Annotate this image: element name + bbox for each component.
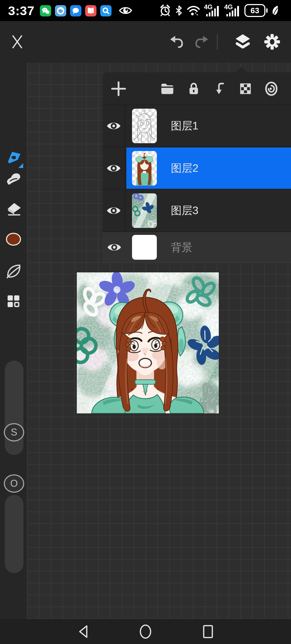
search-app-icon <box>100 5 112 16</box>
color-swatch-button[interactable] <box>3 229 24 249</box>
layer-thumbnail <box>132 109 157 143</box>
eye-icon <box>106 163 121 174</box>
checkerboard-alpha-button[interactable] <box>233 72 258 105</box>
size-slider-knob[interactable]: S <box>4 423 24 441</box>
layer-thumbnail <box>132 193 157 228</box>
opacity-slider-track[interactable] <box>5 495 23 573</box>
camera-app-icon <box>55 5 66 16</box>
svg-text:4G: 4G <box>204 3 213 11</box>
battery-nub <box>266 8 268 13</box>
signal-4g-icon: 4G <box>204 3 221 18</box>
layers-panel-header <box>103 72 291 105</box>
tool-submenu-badge <box>18 163 23 168</box>
smudge-tool-button[interactable] <box>3 168 24 188</box>
status-bar: 3:37 4G 4G <box>0 0 291 21</box>
close-button[interactable] <box>4 21 30 63</box>
redo-button[interactable] <box>189 21 215 63</box>
layer-folder-button[interactable] <box>155 72 179 105</box>
drawing-canvas[interactable] <box>77 272 219 413</box>
layer-name: 图层1 <box>171 118 198 133</box>
bluetooth-icon <box>175 4 183 17</box>
notification-icons <box>40 5 112 16</box>
add-layer-button[interactable] <box>106 72 131 105</box>
layer-thumbnail <box>132 151 157 186</box>
shapes-grid-icon <box>6 293 21 309</box>
android-nav-bar <box>0 619 291 644</box>
undo-button[interactable] <box>164 21 189 63</box>
wifi-icon <box>186 4 200 17</box>
signal-4g-icon: 4G <box>224 3 241 18</box>
layers-panel: 图层1 图层2 图层3 <box>103 72 291 260</box>
home-circle-icon <box>139 624 152 639</box>
wechat-icon <box>40 5 51 16</box>
smudge-tool-icon <box>5 170 22 186</box>
battery-percent: 63 <box>251 6 259 15</box>
nav-recents-button[interactable] <box>192 619 224 644</box>
layer-row[interactable]: 图层1 <box>103 105 291 147</box>
left-toolbar: S O <box>0 63 27 619</box>
app-screen: 3:37 4G 4G <box>0 0 291 644</box>
layer-row-background[interactable]: 背景 <box>103 232 291 262</box>
layer-row-selected[interactable]: 图层2 <box>103 148 291 189</box>
onion-skin-button[interactable] <box>259 72 283 105</box>
messages-app-icon <box>70 5 81 16</box>
nav-home-button[interactable] <box>129 619 162 644</box>
svg-text:4G: 4G <box>224 3 233 11</box>
current-color-swatch <box>6 233 21 246</box>
eye-icon <box>106 120 121 132</box>
layer-thumbnail <box>132 235 157 260</box>
paint-tool-button[interactable] <box>3 148 24 168</box>
leaf-tool-icon <box>5 262 22 279</box>
panel-notch <box>235 67 248 73</box>
recents-square-icon <box>202 624 214 639</box>
layer-visibility-toggle[interactable] <box>103 232 126 262</box>
layer-name: 图层3 <box>171 203 198 218</box>
eraser-tool-icon <box>5 201 22 218</box>
layer-name: 背景 <box>171 240 192 255</box>
leaf-curve-tool-button[interactable] <box>3 261 24 281</box>
layer-visibility-toggle[interactable] <box>103 105 126 146</box>
battery-indicator: 63 <box>244 4 268 17</box>
power-saving-leaf-icon <box>271 5 279 16</box>
alarm-icon <box>159 4 171 17</box>
books-app-icon <box>85 5 96 16</box>
size-slider-label: S <box>11 427 17 438</box>
top-toolbar <box>0 21 291 63</box>
settings-gear-button[interactable] <box>259 21 285 63</box>
opacity-slider-knob[interactable]: O <box>4 474 24 493</box>
merge-down-button[interactable] <box>208 72 232 105</box>
eye-protection-icon <box>119 5 133 18</box>
back-triangle-icon <box>77 625 89 639</box>
layer-row[interactable]: 图层3 <box>103 190 291 232</box>
layer-name: 图层2 <box>171 161 198 176</box>
clock: 3:37 <box>8 0 34 21</box>
status-icons-right: 4G 4G 63 <box>159 0 279 21</box>
layer-visibility-toggle[interactable] <box>103 148 126 189</box>
eye-icon <box>107 242 122 253</box>
layers-button[interactable] <box>230 21 256 63</box>
layer-lock-button[interactable] <box>182 72 206 105</box>
layer-visibility-toggle[interactable] <box>103 190 126 231</box>
opacity-slider-label: O <box>10 478 18 489</box>
shapes-grid-tool-button[interactable] <box>3 291 24 311</box>
eraser-tool-button[interactable] <box>3 199 24 220</box>
eye-icon <box>106 205 121 216</box>
nav-back-button[interactable] <box>67 619 99 644</box>
toolbar-divider <box>217 34 218 50</box>
